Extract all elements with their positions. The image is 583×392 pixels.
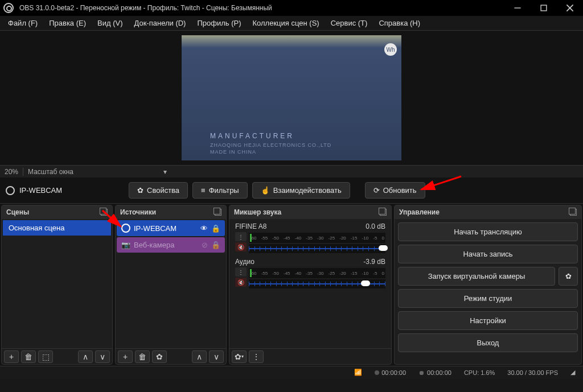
gear-icon: ✿ xyxy=(137,186,143,195)
cpu-status: CPU: 1.6% xyxy=(461,369,498,376)
popout-icon[interactable] xyxy=(215,209,221,216)
menu-edit[interactable]: Правка (E) xyxy=(43,16,92,30)
maximize-button[interactable] xyxy=(531,0,557,16)
mixer-settings-button[interactable]: ✿▾ xyxy=(232,350,247,363)
preview-manufacturer: MANUFACTURER xyxy=(210,132,294,140)
stream-status: 00:00:00 xyxy=(371,369,409,376)
source-item-ipwebcam[interactable]: IP-WEBCAM 👁 🔒 xyxy=(117,220,225,236)
start-vcam-button[interactable]: Запуск виртуальной камеры xyxy=(398,267,555,286)
mixer-options-button[interactable]: ⋮ xyxy=(235,267,247,277)
mixer-channel-name: FIFINE A8 xyxy=(235,222,266,230)
lock-icon[interactable]: 🔒 xyxy=(211,241,220,249)
panel-sources: Источники IP-WEBCAM 👁 🔒 📷 Веб-камера ⊘ 🔒 xyxy=(115,205,227,365)
popout-icon[interactable] xyxy=(380,209,387,216)
filters-button[interactable]: ≡ Фильтры xyxy=(192,182,248,199)
interact-button[interactable]: ☝ Взаимодействовать xyxy=(252,182,350,199)
hand-icon: ☝ xyxy=(261,186,270,195)
volume-slider[interactable] xyxy=(249,244,385,253)
zoom-value[interactable]: 20% xyxy=(0,168,23,176)
menu-file[interactable]: Файл (F) xyxy=(2,16,43,30)
mixer-channel-name: Аудио xyxy=(235,258,254,266)
network-icon: 📶 xyxy=(351,369,366,376)
mixer-channel: FIFINE A8 0.0 dB ⋮ 🔇 -60-55-50-45-40-35-… xyxy=(231,220,390,255)
window-title: OBS 31.0.0-beta2 - Переносной режим - Пр… xyxy=(17,4,504,12)
remove-source-button[interactable]: 🗑 xyxy=(135,350,150,363)
move-source-up-button[interactable]: ∧ xyxy=(192,350,207,363)
panel-controls-header[interactable]: Управление xyxy=(395,205,581,219)
volume-slider[interactable] xyxy=(249,279,385,288)
preview-badge: Wh xyxy=(384,43,397,56)
remove-scene-button[interactable]: 🗑 xyxy=(21,350,36,363)
mixer-options-button[interactable]: ⋮ xyxy=(235,232,247,241)
refresh-icon: ⟳ xyxy=(373,186,380,195)
mixer-channel: Аудио -3.9 dB ⋮ 🔇 -60-55-50-45-40-35-30-… xyxy=(231,255,390,291)
lock-icon[interactable]: 🔒 xyxy=(211,224,220,233)
dock-panels: Сцены Основная сцена + 🗑 ⬚ ∧ ∨ Источники… xyxy=(0,204,583,366)
statusbar: 📶 00:00:00 ⏺00:00:00 CPU: 1.6% 30.00 / 3… xyxy=(0,366,583,378)
svg-rect-1 xyxy=(541,5,547,11)
mute-button[interactable]: 🔇 xyxy=(235,278,247,287)
refresh-button[interactable]: ⟳ Обновить xyxy=(365,182,425,199)
globe-icon xyxy=(6,186,15,195)
menu-docks[interactable]: Док-панели (D) xyxy=(129,16,192,30)
popout-icon[interactable] xyxy=(101,209,108,216)
stats-icon[interactable]: ◢ xyxy=(567,369,578,376)
selected-source-name: IP-WEBCAM xyxy=(19,186,62,195)
menu-help[interactable]: Справка (H) xyxy=(373,16,426,30)
menu-tools[interactable]: Сервис (T) xyxy=(325,16,373,30)
preview-content: Wh MANUFACTURER ZHAOQING HEJIA ELECTRONI… xyxy=(182,35,401,160)
scenes-footer: + 🗑 ⬚ ∧ ∨ xyxy=(2,348,112,364)
add-scene-button[interactable]: + xyxy=(4,350,19,363)
panel-mixer-header[interactable]: Микшер звука xyxy=(229,205,391,219)
add-source-button[interactable]: + xyxy=(118,350,133,363)
filter-icon: ≡ xyxy=(201,186,206,195)
preview-sub2: MADE IN CHINA xyxy=(210,149,256,155)
obs-logo-icon xyxy=(3,3,14,13)
mixer-menu-button[interactable]: ⋮ xyxy=(249,350,264,363)
mixer-channel-db: 0.0 dB xyxy=(366,222,385,230)
zoom-bar: 20% Масштаб окна ▾ xyxy=(0,165,583,178)
properties-button[interactable]: ✿ Свойства xyxy=(129,182,188,199)
source-toolbar: IP-WEBCAM ✿ Свойства ≡ Фильтры ☝ Взаимод… xyxy=(0,178,583,204)
studio-mode-button[interactable]: Режим студии xyxy=(398,289,578,308)
panel-scenes: Сцены Основная сцена + 🗑 ⬚ ∧ ∨ xyxy=(1,205,113,365)
menu-scenes[interactable]: Коллекция сцен (S) xyxy=(247,16,325,30)
scene-filters-button[interactable]: ⬚ xyxy=(38,350,53,363)
camera-icon: 📷 xyxy=(121,241,130,249)
mixer-footer: ✿▾ ⋮ xyxy=(229,348,391,364)
move-scene-down-button[interactable]: ∨ xyxy=(95,350,110,363)
popout-icon[interactable] xyxy=(570,209,577,216)
exit-button[interactable]: Выход xyxy=(398,333,578,352)
panel-mixer: Микшер звука FIFINE A8 0.0 dB ⋮ 🔇 -60-55… xyxy=(229,205,392,365)
settings-button[interactable]: Настройки xyxy=(398,311,578,330)
menu-profile[interactable]: Профиль (P) xyxy=(191,16,247,30)
panel-sources-header[interactable]: Источники xyxy=(116,205,226,219)
sources-footer: + 🗑 ✿ ∧ ∨ xyxy=(116,348,226,364)
record-status: ⏺00:00:00 xyxy=(415,369,455,376)
scene-item[interactable]: Основная сцена xyxy=(3,220,111,236)
preview-sub1: ZHAOQING HEJIA ELECTRONICS CO.,LTD xyxy=(210,142,331,148)
move-source-down-button[interactable]: ∨ xyxy=(209,350,224,363)
panel-controls: Управление Начать трансляцию Начать запи… xyxy=(394,205,582,365)
menu-view[interactable]: Вид (V) xyxy=(92,16,128,30)
globe-icon xyxy=(121,224,130,233)
fps-status: 30.00 / 30.00 FPS xyxy=(504,369,561,376)
zoom-dropdown[interactable]: ▾ xyxy=(158,168,173,176)
move-scene-up-button[interactable]: ∧ xyxy=(78,350,93,363)
selected-source: IP-WEBCAM xyxy=(6,186,114,195)
zoom-label: Масштаб окна xyxy=(23,168,78,176)
source-item-webcam[interactable]: 📷 Веб-камера ⊘ 🔒 xyxy=(117,237,225,253)
start-stream-button[interactable]: Начать трансляцию xyxy=(398,222,578,241)
preview-area[interactable]: Wh MANUFACTURER ZHAOQING HEJIA ELECTRONI… xyxy=(0,31,583,165)
panel-scenes-header[interactable]: Сцены xyxy=(2,205,112,219)
vcam-settings-button[interactable]: ✿ xyxy=(559,267,578,286)
audio-meter: -60-55-50-45-40-35-30-25-20-15-10-50 xyxy=(249,233,385,243)
hidden-icon[interactable]: ⊘ xyxy=(202,241,208,249)
start-record-button[interactable]: Начать запись xyxy=(398,245,578,263)
close-button[interactable] xyxy=(557,0,583,16)
audio-meter: -60-55-50-45-40-35-30-25-20-15-10-50 xyxy=(249,268,385,278)
source-properties-button[interactable]: ✿ xyxy=(152,350,167,363)
minimize-button[interactable] xyxy=(504,0,531,16)
mute-button[interactable]: 🔇 xyxy=(235,242,247,251)
visibility-icon[interactable]: 👁 xyxy=(200,224,208,233)
